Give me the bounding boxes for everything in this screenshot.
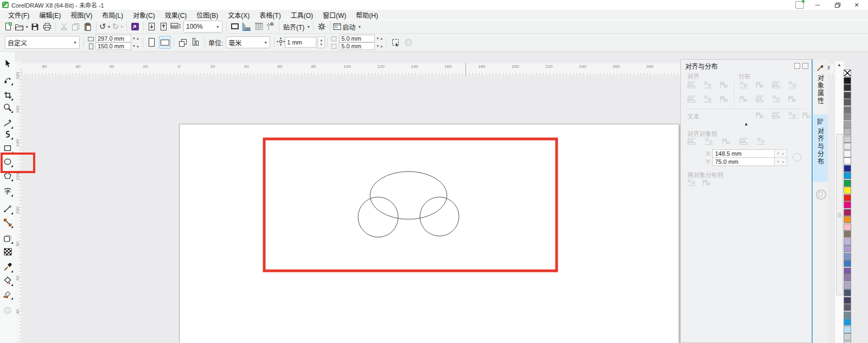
align-to-page-center-icon[interactable] xyxy=(720,136,733,147)
zoom-level-combo[interactable]: 100%▼ xyxy=(183,21,222,33)
docker-close-icon[interactable] xyxy=(802,63,808,69)
portrait-button[interactable] xyxy=(146,36,158,49)
page-height-input[interactable]: 150.0 mm xyxy=(95,42,131,50)
text-tool[interactable]: 字 xyxy=(1,185,14,198)
redo-icon[interactable]: ↻▼ xyxy=(112,21,124,32)
close-button[interactable]: × xyxy=(851,1,863,9)
open-icon[interactable]: ▼ xyxy=(15,21,29,32)
page-height-spinner[interactable]: ▼▲ xyxy=(132,45,139,48)
color-swatch-#8095cd[interactable] xyxy=(844,253,851,260)
dimension-tool[interactable] xyxy=(1,202,14,215)
menu-item-11[interactable]: 帮助(H) xyxy=(351,10,383,20)
page-width-input[interactable]: 297.0 mm xyxy=(95,35,131,42)
export-icon[interactable] xyxy=(158,21,169,32)
docker-flyout-icon[interactable] xyxy=(794,63,800,69)
color-swatch-#475672[interactable] xyxy=(844,289,851,296)
zoom-tool[interactable] xyxy=(1,101,14,114)
color-swatch-#bdb9ba[interactable] xyxy=(844,128,851,135)
menu-item-9[interactable]: 工具(O) xyxy=(286,10,318,20)
text-last-baseline-icon[interactable] xyxy=(770,110,783,120)
color-swatch-#1f2b94[interactable] xyxy=(844,165,851,172)
color-swatch-#a6a2a3[interactable] xyxy=(844,121,851,128)
text-first-baseline-icon[interactable] xyxy=(754,110,767,120)
tab-object-properties[interactable]: 对象属性 xyxy=(813,61,828,113)
menu-item-5[interactable]: 效果(C) xyxy=(160,10,192,20)
color-swatch-#e60a82[interactable] xyxy=(844,201,851,208)
restore-button[interactable] xyxy=(831,1,843,9)
collapse-arrow-icon[interactable]: ▲ xyxy=(744,122,749,126)
search-content-icon[interactable] xyxy=(130,21,141,32)
menu-item-0[interactable]: 文件(F) xyxy=(3,10,34,20)
units-combo[interactable]: 毫米 ▼ xyxy=(226,36,270,48)
drop-shadow-tool[interactable] xyxy=(1,232,14,245)
text-bounding-box-icon[interactable] xyxy=(786,110,799,120)
show-guidelines-icon[interactable] xyxy=(265,21,276,32)
eyedropper-tool[interactable] xyxy=(1,261,14,274)
drawn-ellipse-0[interactable] xyxy=(370,172,447,219)
y-coordinate-input[interactable]: 75.0 mm xyxy=(712,157,777,166)
color-swatch-#fcee21[interactable] xyxy=(844,187,851,194)
scroll-up-icon[interactable]: ▲ xyxy=(835,62,844,67)
duplicate-y-spinner[interactable]: ▼▲ xyxy=(376,45,383,48)
cut-icon[interactable] xyxy=(59,21,69,32)
treat-as-filled-button[interactable] xyxy=(390,36,401,49)
align-bottom-icon[interactable] xyxy=(718,93,731,104)
color-swatch-#3e7ac4[interactable] xyxy=(844,260,851,267)
transparency-tool[interactable] xyxy=(1,245,14,258)
align-right-icon[interactable] xyxy=(718,79,731,90)
color-swatch-#8f8b8c[interactable] xyxy=(844,113,851,120)
account-sign-in-icon[interactable] xyxy=(795,1,804,9)
align-left-icon[interactable] xyxy=(685,79,698,90)
color-swatch-#ebe7e8[interactable] xyxy=(844,143,851,150)
color-swatch-#5d5b71[interactable] xyxy=(844,304,851,311)
color-swatch-#179e4b[interactable] xyxy=(844,180,851,187)
pdf-icon[interactable]: PDF xyxy=(170,21,181,32)
color-swatch-#f3921f[interactable] xyxy=(844,216,851,223)
dist-center-h-icon[interactable] xyxy=(754,79,767,90)
copy-icon[interactable] xyxy=(71,21,81,32)
y-spinner[interactable]: ▼▲ xyxy=(774,157,787,166)
align-to-page-edge-icon[interactable] xyxy=(703,136,716,147)
color-swatch-#6f8b96[interactable] xyxy=(844,312,851,319)
color-swatch-#ffffff[interactable] xyxy=(844,157,851,164)
menu-item-7[interactable]: 文本(X) xyxy=(223,10,254,20)
duplicate-x-spinner[interactable]: ▼▲ xyxy=(376,37,383,40)
color-swatch-#e8251d[interactable] xyxy=(844,194,851,201)
color-swatch-#1899dc[interactable] xyxy=(844,319,851,326)
menu-item-10[interactable]: 窗口(W) xyxy=(318,10,351,20)
align-center-h-icon[interactable] xyxy=(701,79,714,90)
artistic-media-tool[interactable] xyxy=(1,128,14,141)
color-swatch-#1c191a[interactable] xyxy=(844,77,851,84)
color-swatch-#d4d0d1[interactable] xyxy=(844,136,851,143)
color-swatch-#c9d6d9[interactable] xyxy=(844,333,851,340)
color-swatch-#615d5e[interactable] xyxy=(844,99,851,106)
color-swatch-#332f30[interactable] xyxy=(844,84,851,91)
align-to-grid-icon[interactable] xyxy=(737,136,750,147)
color-swatch-#b6e0f5[interactable] xyxy=(844,326,851,333)
specify-point-button[interactable] xyxy=(793,153,801,162)
fountain-fill-button[interactable] xyxy=(403,36,414,49)
paste-icon[interactable] xyxy=(82,21,93,32)
color-swatch-#a81e62[interactable] xyxy=(844,209,851,216)
menu-item-6[interactable]: 位图(B) xyxy=(192,10,223,20)
x-coordinate-input[interactable]: 148.5 mm xyxy=(712,149,777,158)
minimize-button[interactable]: ─ xyxy=(812,1,824,9)
color-swatch-#8d7ba8[interactable] xyxy=(844,275,851,282)
dist-center-v-icon[interactable] xyxy=(754,93,767,104)
x-spinner[interactable]: ▼▲ xyxy=(774,149,787,158)
undo-icon[interactable]: ↺▼ xyxy=(99,21,111,32)
color-swatch-#f6bec8[interactable] xyxy=(844,224,851,231)
color-swatch-#0e9ddd[interactable] xyxy=(844,172,851,179)
shape-tool[interactable] xyxy=(1,73,14,86)
color-swatch-#847668[interactable] xyxy=(844,231,851,238)
color-swatch-#787475[interactable] xyxy=(844,106,851,113)
menu-item-8[interactable]: 表格(T) xyxy=(254,10,285,20)
dist-to-page-icon[interactable] xyxy=(700,177,713,188)
landscape-button[interactable] xyxy=(159,36,171,49)
page-width-spinner[interactable]: ▼▲ xyxy=(132,37,139,40)
color-swatch-#f8f6f6[interactable] xyxy=(844,150,851,157)
vertical-scrollbar[interactable]: ▲ xyxy=(834,61,844,343)
dist-spacing-h-icon[interactable] xyxy=(770,79,783,90)
duplicate-x-input[interactable]: 5.0 mm xyxy=(339,35,375,42)
menu-item-2[interactable]: 视图(V) xyxy=(66,10,97,20)
